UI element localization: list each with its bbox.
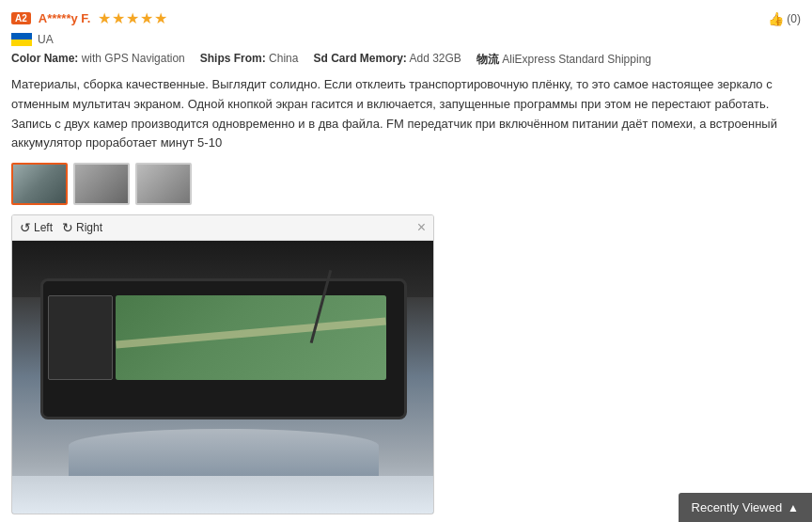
thumb-img-2 <box>75 165 128 203</box>
ukraine-flag-icon <box>11 33 32 46</box>
review-container: A2 A*****y F. ★★★★★ 👍 (0) UA Color Name:… <box>0 0 812 522</box>
logistics-info: 物流 AliExpress Standard Shipping <box>476 52 651 68</box>
thumbnail-3[interactable] <box>135 163 192 205</box>
map-road <box>116 318 386 349</box>
main-image[interactable] <box>12 241 434 514</box>
color-info: Color Name: with GPS Navigation <box>11 52 185 68</box>
recently-viewed-arrow-icon: ▲ <box>788 501 799 514</box>
image-viewer: ↺ Left ↻ Right × <box>11 214 434 514</box>
rotate-right-button[interactable]: ↻ Right <box>62 220 102 235</box>
color-label: Color Name: <box>11 52 78 65</box>
recently-viewed-label: Recently Viewed <box>692 500 783 514</box>
username: A*****y F. <box>39 11 91 25</box>
rotate-right-icon: ↻ <box>62 220 73 235</box>
thumbnail-1[interactable] <box>11 163 68 205</box>
thumbs-count: (0) <box>787 12 801 25</box>
recently-viewed-button[interactable]: Recently Viewed ▲ <box>679 493 812 522</box>
svg-rect-1 <box>11 40 32 46</box>
ships-label: Ships From: <box>200 52 266 65</box>
country-code: UA <box>38 33 54 46</box>
rotate-left-icon: ↺ <box>20 220 31 235</box>
map-overlay <box>116 295 386 380</box>
color-value: with GPS Navigation <box>82 52 185 65</box>
camera-preview <box>48 295 113 380</box>
thumb-img-1 <box>13 165 66 203</box>
review-text: Материалы, сборка качественные. Выглядит… <box>11 75 801 153</box>
right-label: Right <box>76 221 102 234</box>
rotate-left-button[interactable]: ↺ Left <box>20 220 53 235</box>
logistics-label: 物流 <box>476 53 499 66</box>
user-badge: A2 <box>11 12 31 24</box>
thumbs-up-icon[interactable]: 👍 <box>768 11 784 26</box>
viewer-toolbar: ↺ Left ↻ Right × <box>12 215 433 241</box>
ships-value: China <box>269 52 298 65</box>
car-image-simulation <box>12 241 434 514</box>
review-header: A2 A*****y F. ★★★★★ 👍 (0) <box>11 9 801 27</box>
sd-value: Add 32GB <box>410 52 461 65</box>
thumbnail-list <box>11 163 801 205</box>
product-info: Color Name: with GPS Navigation Ships Fr… <box>11 52 801 68</box>
sd-label: Sd Card Memory: <box>313 52 406 65</box>
logistics-value: AliExpress Standard Shipping <box>502 53 651 66</box>
user-country-row: UA <box>11 33 801 46</box>
ships-info: Ships From: China <box>200 52 299 68</box>
mirror-frame <box>40 278 407 419</box>
thumbs-up-area: 👍 (0) <box>768 11 801 26</box>
road-area <box>12 476 434 514</box>
svg-rect-0 <box>11 33 32 40</box>
sd-info: Sd Card Memory: Add 32GB <box>313 52 461 68</box>
thumb-img-3 <box>137 165 190 203</box>
star-rating: ★★★★★ <box>98 9 168 27</box>
close-viewer-button[interactable]: × <box>417 220 426 235</box>
mirror-screen <box>116 295 386 380</box>
thumbnail-2[interactable] <box>73 163 130 205</box>
left-label: Left <box>34 221 53 234</box>
